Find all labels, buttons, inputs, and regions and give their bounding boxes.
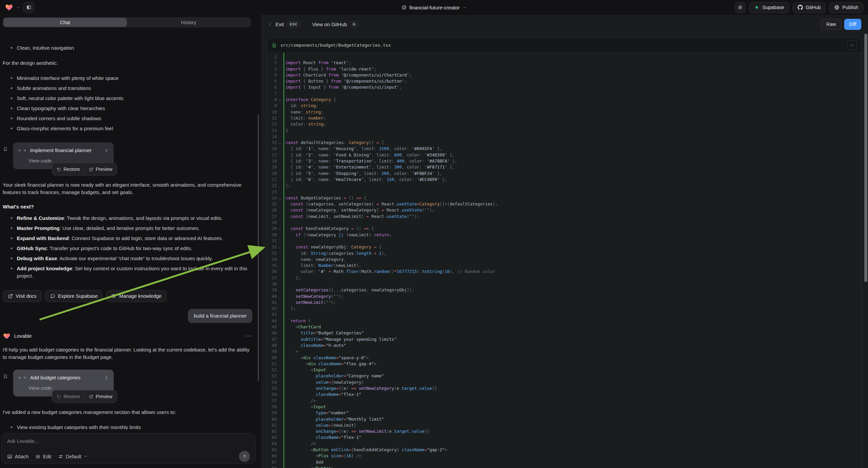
file-card: src/components/budget/BudgetCategories.t… — [267, 38, 862, 468]
code-line: 27 const [newLimit, setNewLimit] = React… — [267, 213, 861, 220]
restore-button[interactable]: Restore — [57, 393, 80, 400]
manage-knowledge-button[interactable]: Manage knowledge — [106, 290, 166, 302]
preview-button[interactable]: Preview — [89, 393, 113, 400]
bullet-dot-icon — [11, 247, 12, 249]
fold-spacer — [277, 232, 282, 238]
chevron-right-icon — [104, 375, 109, 380]
chip-label: Manage knowledge — [119, 293, 161, 299]
fold-chevron-icon[interactable]: ⌄ — [277, 244, 282, 250]
fold-chevron-icon[interactable]: ⌄ — [277, 97, 282, 103]
raw-button[interactable]: Raw — [821, 19, 841, 30]
code-line: 11 limit: number; — [267, 115, 861, 121]
fold-spacer — [277, 324, 282, 330]
code-text: }; — [282, 305, 296, 312]
line-number: 53 — [267, 373, 277, 379]
gear-icon — [738, 5, 743, 10]
settings-button[interactable] — [735, 2, 746, 13]
restore-label: Restore — [63, 393, 80, 400]
version-card[interactable]: < >Add budget categoriesView codeRestore… — [13, 370, 114, 397]
fold-spacer — [277, 183, 282, 189]
line-number: 50 — [267, 355, 277, 361]
bullet-dot-icon — [11, 117, 12, 119]
restore-button[interactable]: Restore — [57, 166, 80, 173]
fold-chevron-icon[interactable]: ⌄ — [277, 226, 282, 232]
chat-paragraph: For the design aesthetic: — [3, 59, 252, 67]
fold-spacer — [277, 103, 282, 109]
logo-chevron-down-icon[interactable] — [16, 5, 21, 10]
code-text: interface Category { — [282, 97, 336, 103]
code-text: onChange={(e) => setNewLimit(e.target.va… — [282, 429, 430, 434]
visit-docs-button[interactable]: Visit docs — [3, 290, 41, 302]
code-text: { id: '2', name: 'Food & Dining', limit:… — [282, 152, 455, 158]
fold-spacer — [277, 220, 282, 226]
chat-bullet: Clean typography with clear hierarchies — [3, 104, 252, 114]
code-text: { id: '5', name: 'Shopping', limit: 200,… — [282, 171, 442, 177]
code-text: { id: '3', name: 'Transportation', limit… — [282, 158, 457, 164]
explore-supabase-button[interactable]: Explore Supabase — [45, 290, 103, 302]
view-on-github-button[interactable]: View on GitHub — [312, 22, 347, 27]
fold-spacer — [277, 281, 282, 287]
project-selector[interactable]: financial-future-creator — [401, 0, 467, 15]
code-line: 51 <div className="flex gap-4"> — [267, 361, 861, 367]
code-text: value={newCategory} — [282, 379, 364, 385]
chat-input[interactable] — [7, 438, 250, 448]
code-line: 32⌄ const newCategoryObj: Category = { — [267, 244, 861, 250]
file-header[interactable]: src/components/budget/BudgetCategories.t… — [267, 38, 861, 53]
tab-history[interactable]: History — [127, 18, 250, 27]
exit-button[interactable]: Exit — [276, 22, 284, 27]
preview-button[interactable]: Preview — [89, 166, 113, 173]
chat-scrollbar[interactable] — [258, 114, 259, 381]
code-text: <Input — [282, 404, 326, 410]
code-text: setNewCategory(''); — [282, 293, 344, 299]
code-text: setCategories([...categories, newCategor… — [282, 287, 414, 293]
message-menu-button[interactable]: ··· — [245, 332, 252, 340]
chevron-down-icon — [84, 454, 88, 459]
version-card[interactable]: < >Implement financial plannerView codeR… — [13, 142, 114, 169]
bullet-text: Debug with Ease: Activate our experiment… — [17, 255, 213, 262]
bookmark-icon[interactable] — [3, 374, 8, 397]
code-scrollbar[interactable] — [864, 34, 867, 468]
send-button[interactable] — [239, 451, 250, 462]
code-text: { id: '4', name: 'Entertainment', limit:… — [282, 164, 455, 170]
lovable-logo[interactable] — [5, 3, 13, 11]
github-button[interactable]: GitHub — [793, 2, 826, 13]
line-number: 36 — [267, 269, 277, 274]
file-added-icon — [272, 42, 277, 48]
fold-spacer — [277, 337, 282, 343]
code-line: 48 className="h-auto" — [267, 343, 861, 349]
mode-select[interactable]: Default — [58, 454, 88, 459]
fold-spacer — [277, 66, 282, 72]
supabase-bolt-icon — [754, 5, 760, 10]
collapse-button[interactable] — [847, 40, 857, 50]
target-icon — [35, 454, 40, 459]
fold-spacer — [277, 434, 282, 440]
bullet-dot-icon — [11, 127, 12, 129]
bullet-text: Soft, neutral color palette with light b… — [17, 95, 123, 102]
code-line: 1 — [267, 54, 861, 60]
restore-icon — [57, 167, 61, 172]
line-number: 65 — [267, 447, 277, 453]
tab-chat[interactable]: Chat — [3, 18, 127, 27]
edit-button[interactable]: Edit — [35, 454, 51, 459]
publish-button[interactable]: Publish — [829, 2, 863, 13]
code-line: 23 — [267, 189, 861, 195]
code-line: 26 const [newCategory, setNewCategory] =… — [267, 207, 861, 213]
attach-button[interactable]: Attach — [7, 454, 29, 459]
fold-spacer — [277, 78, 282, 84]
chat-bullet: Clean, intuitive navigation — [3, 43, 252, 53]
code-line: 38 — [267, 281, 861, 287]
code-line: 60 placeholder="Monthly limit" — [267, 416, 861, 422]
fold-chevron-icon[interactable]: ⌄ — [277, 140, 282, 146]
code-text: const defaultCategories: Category[] = [ — [282, 140, 384, 146]
version-card-title: Add budget categories — [30, 374, 81, 381]
line-number: 31 — [267, 238, 277, 244]
fold-spacer — [277, 416, 282, 422]
supabase-button[interactable]: Supabase — [749, 2, 789, 13]
panel-toggle-icon — [26, 5, 32, 10]
diff-button[interactable]: Diff — [844, 19, 862, 30]
sidebar-toggle-button[interactable] — [23, 2, 34, 13]
code-text: const [newLimit, setNewLimit] = React.us… — [282, 213, 420, 220]
fold-chevron-icon[interactable]: ⌄ — [277, 195, 282, 201]
bookmark-icon[interactable] — [3, 146, 8, 169]
code-line: 33 id: String(categories.length + 1), — [267, 251, 861, 257]
